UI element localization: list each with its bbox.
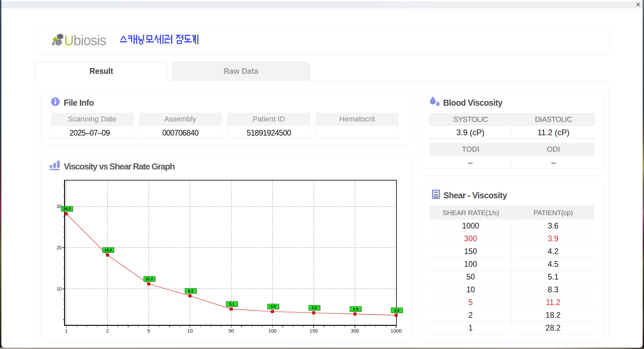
svg-text:100: 100	[268, 328, 277, 334]
svg-text:18.2: 18.2	[104, 248, 112, 252]
svg-text:5: 5	[147, 328, 150, 334]
svg-text:10: 10	[56, 286, 62, 292]
svg-text:8.3: 8.3	[188, 289, 193, 293]
svg-text:1: 1	[65, 328, 67, 334]
svg-text:30: 30	[56, 204, 62, 209]
svg-text:10: 10	[187, 328, 193, 334]
svg-text:150: 150	[310, 328, 318, 334]
svg-text:28.2: 28.2	[63, 207, 70, 211]
svg-text:3.6: 3.6	[394, 308, 399, 312]
svg-text:4.5: 4.5	[270, 304, 276, 308]
svg-text:11.2: 11.2	[146, 277, 153, 281]
svg-text:50: 50	[228, 328, 234, 334]
svg-text:2: 2	[106, 328, 109, 334]
svg-text:20: 20	[56, 245, 62, 250]
svg-text:5.1: 5.1	[229, 302, 235, 306]
svg-text:300: 300	[351, 328, 359, 334]
svg-text:4.2: 4.2	[312, 306, 317, 310]
svg-text:3.9: 3.9	[353, 307, 358, 311]
svg-text:1000: 1000	[390, 328, 401, 334]
